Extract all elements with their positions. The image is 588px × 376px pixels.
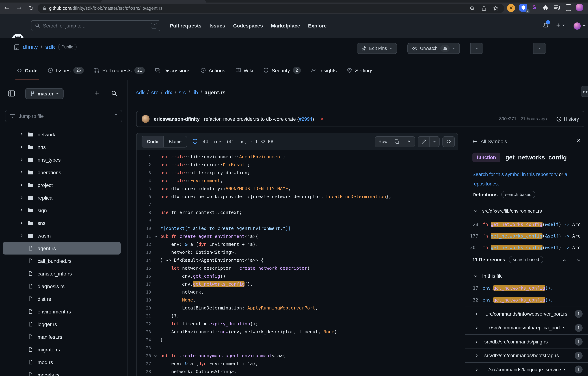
line-number[interactable]: 2 bbox=[136, 161, 151, 169]
line-number[interactable]: 7 bbox=[136, 201, 151, 209]
header-nav-codespaces[interactable]: Codespaces bbox=[233, 23, 263, 29]
reload-button[interactable]: ↻ bbox=[29, 5, 34, 11]
breadcrumb-link[interactable]: lib bbox=[192, 89, 198, 95]
tab-insights[interactable]: Insights bbox=[306, 61, 342, 80]
extensions-puzzle-icon[interactable] bbox=[543, 4, 549, 11]
tree-file-canister_info.rs[interactable]: canister_info.rs bbox=[0, 267, 127, 280]
line-number[interactable]: 21 bbox=[136, 312, 151, 320]
commit-author-avatar[interactable] bbox=[142, 115, 149, 123]
tree-folder-wasm[interactable]: wasm bbox=[0, 229, 127, 242]
next-reference-icon[interactable] bbox=[577, 258, 581, 263]
tree-folder-sns[interactable]: sns bbox=[0, 217, 127, 229]
browser-profile-avatar[interactable] bbox=[576, 4, 583, 11]
reference-file-row[interactable]: src/dfx/src/commands/bootstrap.rs1 bbox=[465, 348, 588, 363]
download-icon[interactable] bbox=[403, 136, 415, 147]
tree-file-agent.rs[interactable]: agent.rs bbox=[3, 242, 121, 254]
tree-folder-nns_types[interactable]: nns_types bbox=[0, 153, 127, 166]
branch-selector[interactable]: master bbox=[25, 88, 64, 99]
tab-code-view[interactable]: Code bbox=[142, 136, 164, 147]
back-button[interactable]: ← bbox=[4, 5, 9, 11]
sidebar-toggle-icon[interactable] bbox=[566, 4, 571, 11]
tab-pull-requests[interactable]: Pull requests21 bbox=[89, 61, 150, 80]
line-number[interactable]: 4 bbox=[136, 177, 151, 185]
definition-row-line-28[interactable]: 28fn get_networks_config(&self) -> Arc bbox=[465, 219, 588, 230]
breadcrumb-link[interactable]: src bbox=[179, 89, 186, 95]
line-number[interactable]: 14 bbox=[136, 256, 151, 264]
line-number[interactable]: 22 bbox=[136, 320, 151, 328]
zoom-icon[interactable] bbox=[470, 6, 475, 11]
tab-actions[interactable]: Actions bbox=[195, 61, 230, 80]
edit-pencil-icon[interactable] bbox=[418, 136, 430, 147]
commit-message[interactable]: refactor: move provider.rs to dfx-core c… bbox=[204, 116, 314, 122]
references-mode-pill[interactable]: search-based bbox=[509, 256, 543, 263]
reference-file-row[interactable]: ...x/src/commands/info/replica_port.rs1 bbox=[465, 321, 588, 335]
line-number[interactable]: 11 bbox=[136, 232, 151, 240]
line-number[interactable]: 20 bbox=[136, 304, 151, 312]
jump-to-file-input[interactable]: Jump to file T bbox=[5, 110, 122, 122]
copy-icon[interactable] bbox=[391, 136, 403, 147]
fold-chevron-icon[interactable] bbox=[151, 232, 160, 240]
star-dropdown[interactable] bbox=[533, 43, 546, 54]
tree-file-logger.rs[interactable]: logger.rs bbox=[0, 318, 127, 331]
tab-blame-view[interactable]: Blame bbox=[164, 136, 187, 147]
extension-s-icon[interactable]: S bbox=[532, 4, 536, 10]
reference-file-row[interactable]: src/dfx/src/commands/ping.rs1 bbox=[465, 334, 588, 349]
line-number[interactable]: 6 bbox=[136, 193, 151, 201]
tree-folder-nns[interactable]: nns bbox=[0, 141, 127, 153]
active-browser-tab[interactable] bbox=[101, 0, 206, 2]
address-bar[interactable]: github.com/dfinity/sdk/blob/master/src/d… bbox=[38, 4, 504, 13]
prev-reference-icon[interactable] bbox=[562, 258, 566, 263]
global-search-input[interactable]: Search or jump to... / bbox=[31, 20, 160, 31]
tab-settings[interactable]: Settings bbox=[342, 61, 378, 80]
share-icon[interactable] bbox=[482, 6, 486, 11]
line-number[interactable]: 8 bbox=[136, 209, 151, 217]
check-failure-icon[interactable]: ✕ bbox=[320, 116, 324, 122]
tree-folder-replica[interactable]: replica bbox=[0, 191, 127, 204]
line-number[interactable]: 1 bbox=[136, 153, 151, 161]
line-number[interactable]: 3 bbox=[136, 169, 151, 177]
tree-folder-operations[interactable]: operations bbox=[0, 166, 127, 179]
line-number[interactable]: 19 bbox=[136, 296, 151, 304]
edit-dropdown[interactable] bbox=[430, 136, 439, 147]
tree-folder-network[interactable]: network bbox=[0, 128, 127, 141]
fork-dropdown[interactable] bbox=[470, 43, 483, 54]
history-link[interactable]: History bbox=[556, 116, 579, 122]
header-nav-explore[interactable]: Explore bbox=[308, 23, 327, 29]
tree-file-models.rs[interactable]: models.rs bbox=[0, 368, 127, 376]
breadcrumb-link[interactable]: src bbox=[151, 89, 158, 95]
line-number[interactable]: 18 bbox=[136, 288, 151, 296]
forward-button[interactable]: → bbox=[17, 5, 21, 11]
shield-check-icon[interactable] bbox=[192, 138, 198, 145]
bookmark-star-icon[interactable] bbox=[493, 6, 498, 11]
tree-file-environment.rs[interactable]: environment.rs bbox=[0, 305, 127, 318]
tree-search-icon[interactable] bbox=[111, 90, 117, 97]
line-number[interactable]: 26 bbox=[136, 352, 151, 360]
line-number[interactable]: 16 bbox=[136, 272, 151, 280]
tree-file-migrate.rs[interactable]: migrate.rs bbox=[0, 343, 127, 356]
line-number[interactable]: 24 bbox=[136, 336, 151, 344]
repo-name-link[interactable]: sdk bbox=[45, 44, 55, 50]
line-number[interactable]: 25 bbox=[136, 344, 151, 352]
tab-issues[interactable]: Issues26 bbox=[43, 61, 89, 80]
commit-sha-time[interactable]: 890c271 · 21 hours ago bbox=[499, 116, 547, 122]
definition-row-line-301[interactable]: 301fn get_networks_config(&self) -> Arc bbox=[465, 242, 588, 253]
notifications-bell-icon[interactable] bbox=[543, 22, 549, 29]
header-nav-issues[interactable]: Issues bbox=[210, 23, 225, 29]
reference-row-line-32[interactable]: 32env.get_networks_config(), bbox=[465, 295, 588, 306]
unwatch-button[interactable]: Unwatch 39 bbox=[407, 43, 460, 54]
tree-folder-sign[interactable]: sign bbox=[0, 204, 127, 217]
breadcrumb-link[interactable]: dfx bbox=[165, 89, 172, 95]
line-number[interactable]: 27 bbox=[136, 360, 151, 368]
line-number[interactable]: 17 bbox=[136, 280, 151, 288]
user-menu[interactable] bbox=[574, 22, 586, 30]
tab-security[interactable]: Security2 bbox=[258, 61, 306, 80]
line-number[interactable]: 15 bbox=[136, 264, 151, 272]
line-number[interactable]: 13 bbox=[136, 248, 151, 256]
close-icon[interactable]: ✕ bbox=[577, 137, 581, 143]
definitions-mode-pill[interactable]: search-based bbox=[501, 191, 536, 198]
tree-file-manifest.rs[interactable]: manifest.rs bbox=[0, 331, 127, 343]
definition-row-line-177[interactable]: 177fn get_networks_config(&self) -> Arc bbox=[465, 231, 588, 242]
reference-file-row[interactable]: .../src/commands/language_service.rs1 bbox=[465, 362, 588, 376]
line-number[interactable]: 10 bbox=[136, 224, 151, 232]
collapse-panel-icon[interactable] bbox=[8, 90, 15, 97]
